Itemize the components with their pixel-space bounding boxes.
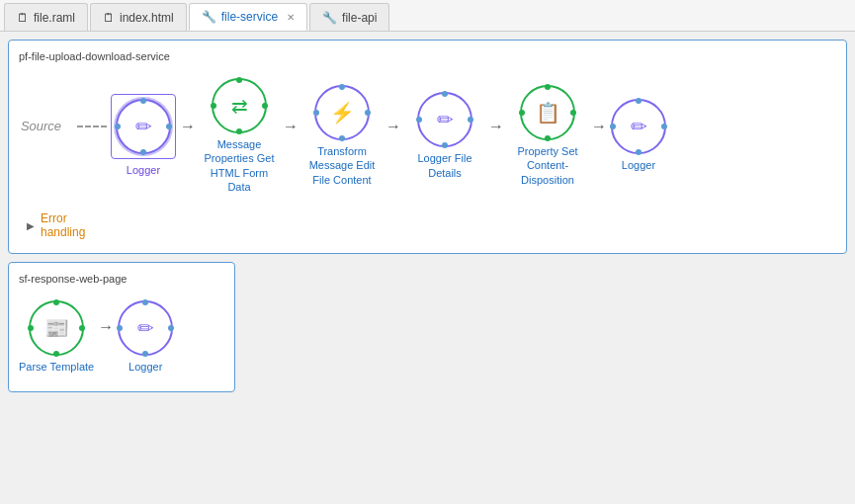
node-logger1-circle: ✏ <box>116 99 171 154</box>
flow2-container: sf-response-web-page 📰 Parse Template → … <box>8 262 235 392</box>
file-raml-icon: 🗒 <box>17 11 29 25</box>
transform-icon: ⚡ <box>330 101 355 125</box>
node-logger2-label: Logger <box>622 158 655 172</box>
node-logger1-label: Logger <box>127 163 160 177</box>
node-property-set-circle: 📋 <box>520 85 575 140</box>
node-logger3-label: Logger <box>128 360 162 374</box>
node-logger3-circle: ✏ <box>118 300 173 356</box>
node-logger2-circle: ✏ <box>611 99 666 154</box>
node-logger-file-label: Logger File Details <box>405 151 484 180</box>
node-parse-template-circle: 📰 <box>29 300 84 356</box>
arrow4: → <box>488 118 504 155</box>
arrow3: → <box>385 118 401 155</box>
node-msg-props[interactable]: ⇄ Message Properties Get HTML Form Data <box>200 78 279 194</box>
tab-bar: 🗒 file.raml 🗒 index.html 🔧 file-service … <box>0 0 855 32</box>
node-transform[interactable]: ⚡ Transform Message Edit File Content <box>302 85 382 187</box>
tab-file-service[interactable]: 🔧 file-service ✕ <box>189 3 307 31</box>
file-api-icon: 🔧 <box>322 11 337 25</box>
tab-index-html[interactable]: 🗒 index.html <box>90 3 187 31</box>
tab-file-api[interactable]: 🔧 file-api <box>309 3 389 31</box>
source-dashed-line <box>77 126 107 127</box>
flow2-title: sf-response-web-page <box>19 273 224 285</box>
logger-file-icon: ✏ <box>437 108 454 131</box>
arrow2: → <box>283 118 299 155</box>
tab-file-raml-label: file.raml <box>34 11 75 25</box>
error-handling-label: Errorhandling <box>41 211 85 239</box>
error-handling[interactable]: ▶ Errorhandling <box>19 208 836 243</box>
index-html-icon: 🗒 <box>103 11 115 25</box>
flow1-content: Source ✏ Logger → <box>19 70 836 202</box>
node-logger-file-circle: ✏ <box>417 92 472 147</box>
flow1-title: pf-file-upload-download-service <box>19 50 836 62</box>
node-parse-template-label: Parse Template <box>19 360 94 374</box>
node-transform-label: Transform Message Edit File Content <box>302 144 382 187</box>
flow2-arrow1: → <box>98 318 114 356</box>
logger1-icon: ✏ <box>135 115 152 138</box>
node-msg-props-circle: ⇄ <box>212 78 267 133</box>
node-logger3[interactable]: ✏ Logger <box>118 300 173 374</box>
tab-file-service-label: file-service <box>221 10 278 24</box>
property-set-icon: 📋 <box>536 101 560 125</box>
node-logger2[interactable]: ✏ Logger <box>611 99 666 172</box>
error-chevron-icon: ▶ <box>27 220 35 231</box>
arrow5: → <box>591 118 607 155</box>
tab-file-api-label: file-api <box>342 11 377 25</box>
node-msg-props-label: Message Properties Get HTML Form Data <box>200 137 279 194</box>
main-content: pf-file-upload-download-service Source ✏ <box>0 32 855 504</box>
file-service-icon: 🔧 <box>202 10 216 24</box>
tab-close-icon[interactable]: ✕ <box>287 12 295 23</box>
tab-index-html-label: index.html <box>120 11 174 25</box>
parse-template-icon: 📰 <box>44 316 69 340</box>
node-logger1[interactable]: ✏ Logger <box>111 94 176 177</box>
flow2-content: 📰 Parse Template → ✏ L <box>19 293 224 381</box>
arrow1: → <box>180 118 196 155</box>
node-logger-file[interactable]: ✏ Logger File Details <box>405 92 484 180</box>
node-property-set-label: Property Set Content-Disposition <box>508 144 587 187</box>
node-property-set[interactable]: 📋 Property Set Content-Disposition <box>508 85 587 187</box>
node-transform-circle: ⚡ <box>314 85 370 140</box>
flow1-container: pf-file-upload-download-service Source ✏ <box>8 40 847 254</box>
node-parse-template[interactable]: 📰 Parse Template <box>19 300 94 374</box>
source-label: Source <box>19 119 63 133</box>
logger3-icon: ✏ <box>137 316 154 340</box>
msg-props-icon: ⇄ <box>231 94 248 118</box>
tab-file-raml[interactable]: 🗒 file.raml <box>4 3 88 31</box>
logger2-icon: ✏ <box>631 115 647 138</box>
